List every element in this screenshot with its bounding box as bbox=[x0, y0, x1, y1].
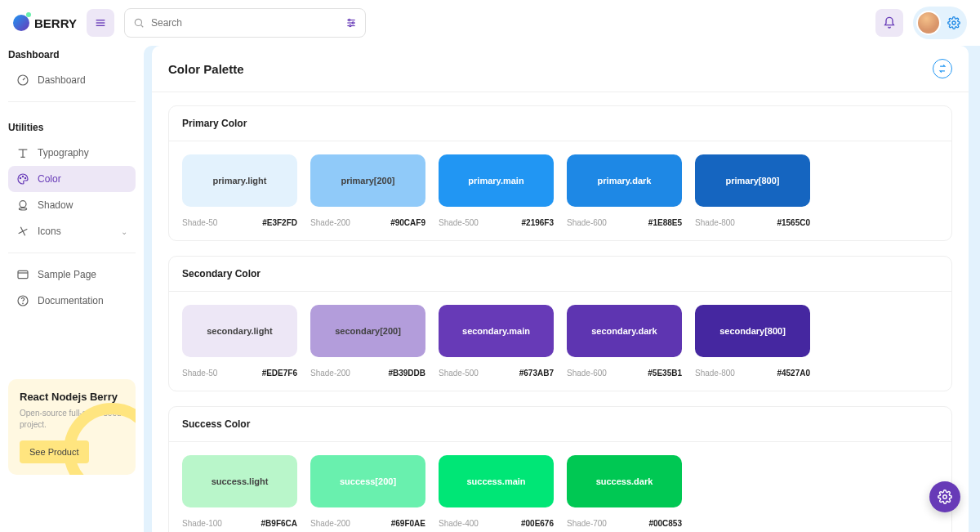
color-swatch: secondary.light Shade-50 #EDE7F6 bbox=[182, 305, 297, 378]
speedometer-icon bbox=[16, 74, 29, 87]
swatch-shade: Shade-200 bbox=[310, 369, 350, 378]
swatch-box: primary[800] bbox=[695, 154, 810, 207]
swatch-shade: Shade-700 bbox=[567, 519, 607, 528]
menu-icon bbox=[94, 16, 107, 29]
notifications-button[interactable] bbox=[875, 9, 903, 37]
sidebar-item-label: Color bbox=[38, 173, 61, 185]
color-group-title: Primary Color bbox=[169, 106, 951, 141]
chevron-down-icon: ⌄ bbox=[121, 227, 127, 236]
swatch-box: secondary.light bbox=[182, 305, 297, 357]
sidebar-item-typography[interactable]: Typography bbox=[8, 140, 136, 166]
palette-icon bbox=[16, 172, 29, 186]
color-group-title: Secondary Color bbox=[169, 257, 951, 292]
svg-point-15 bbox=[24, 177, 25, 178]
svg-point-10 bbox=[350, 25, 351, 26]
promo-subtitle: Open-source full-stack seed project. bbox=[20, 408, 124, 431]
filter-icon[interactable] bbox=[345, 17, 357, 29]
swatch-hex: #1E88E5 bbox=[648, 218, 682, 227]
swatch-hex: #1565C0 bbox=[777, 218, 810, 227]
sidebar-section-title: Dashboard bbox=[8, 46, 136, 67]
color-group-card: Primary Color primary.light Shade-50 #E3… bbox=[168, 105, 952, 241]
svg-point-11 bbox=[952, 21, 956, 25]
help-button[interactable] bbox=[933, 59, 952, 78]
swatch-shade: Shade-100 bbox=[182, 519, 222, 528]
sidebar-item-documentation[interactable]: Documentation bbox=[8, 288, 136, 314]
swatch-hex: #2196F3 bbox=[522, 218, 554, 227]
color-swatch: primary.main Shade-500 #2196F3 bbox=[439, 154, 554, 227]
logo-icon bbox=[13, 15, 29, 31]
typography-icon bbox=[16, 146, 29, 159]
color-swatch: success.light Shade-100 #B9F6CA bbox=[182, 455, 297, 528]
sidebar-item-label: Documentation bbox=[38, 295, 104, 306]
color-swatch: success[200] Shade-200 #69F0AE bbox=[310, 455, 425, 528]
avatar bbox=[916, 11, 941, 35]
sidebar-item-shadow[interactable]: Shadow bbox=[8, 192, 136, 218]
swatch-box: secondary[800] bbox=[695, 305, 810, 357]
sidebar-item-icons[interactable]: Icons⌄ bbox=[8, 218, 136, 244]
swatch-shade: Shade-600 bbox=[567, 369, 607, 378]
color-swatch: primary.dark Shade-600 #1E88E5 bbox=[567, 154, 682, 227]
color-swatch: secondary[200] Shade-200 #B39DDB bbox=[310, 305, 425, 378]
search-icon bbox=[133, 17, 145, 29]
search-input[interactable] bbox=[151, 17, 339, 29]
sidebar-item-dashboard[interactable]: Dashboard bbox=[8, 67, 136, 93]
swatch-shade: Shade-800 bbox=[695, 218, 735, 227]
swatch-hex: #B9F6CA bbox=[261, 519, 297, 528]
sidebar-item-label: Icons bbox=[38, 226, 61, 237]
swatch-hex: #00C853 bbox=[648, 519, 682, 528]
swatch-hex: #00E676 bbox=[521, 519, 554, 528]
svg-point-6 bbox=[348, 19, 350, 20]
search-box[interactable] bbox=[124, 8, 366, 38]
color-swatch: primary.light Shade-50 #E3F2FD bbox=[182, 154, 297, 227]
swatch-hex: #90CAF9 bbox=[390, 218, 425, 227]
app-name: BERRY bbox=[34, 16, 77, 30]
profile-button[interactable] bbox=[913, 7, 967, 39]
swatch-box: secondary.main bbox=[439, 305, 554, 357]
swatch-hex: #4527A0 bbox=[777, 369, 810, 378]
swatch-box: primary.dark bbox=[567, 154, 682, 207]
bell-icon bbox=[883, 16, 896, 29]
color-swatch: secondary.dark Shade-600 #5E35B1 bbox=[567, 305, 682, 378]
sidebar-item-label: Shadow bbox=[38, 199, 73, 211]
swatch-box: success.light bbox=[182, 455, 297, 507]
sidebar-item-color[interactable]: Color bbox=[8, 166, 136, 192]
swatch-hex: #69F0AE bbox=[391, 519, 425, 528]
sidebar-section-title: Utilities bbox=[8, 110, 136, 140]
swatch-hex: #5E35B1 bbox=[648, 369, 682, 378]
swatch-box: primary.main bbox=[439, 154, 554, 207]
svg-point-14 bbox=[22, 176, 23, 177]
swatch-shade: Shade-50 bbox=[182, 369, 217, 378]
svg-point-3 bbox=[135, 19, 141, 25]
swatch-box: primary[200] bbox=[310, 154, 425, 207]
sidebar-item-sample-page[interactable]: Sample Page bbox=[8, 262, 136, 288]
svg-point-16 bbox=[20, 201, 26, 208]
logo[interactable]: BERRY bbox=[13, 15, 77, 31]
swatch-shade: Shade-800 bbox=[695, 369, 735, 378]
sidebar-item-label: Dashboard bbox=[38, 74, 86, 86]
swap-icon bbox=[937, 63, 948, 74]
divider bbox=[8, 253, 136, 253]
swatch-box: success.dark bbox=[567, 455, 682, 507]
swatch-shade: Shade-200 bbox=[310, 218, 350, 227]
color-swatch: secondary.main Shade-500 #673AB7 bbox=[439, 305, 554, 378]
page-title: Color Palette bbox=[168, 62, 244, 76]
svg-point-22 bbox=[943, 495, 947, 499]
help-icon bbox=[16, 294, 29, 307]
menu-toggle-button[interactable] bbox=[87, 9, 114, 37]
swatch-box: success.main bbox=[439, 455, 554, 507]
sidebar-item-label: Typography bbox=[38, 147, 89, 159]
color-swatch: secondary[800] Shade-800 #4527A0 bbox=[695, 305, 810, 378]
color-group-title: Success Color bbox=[169, 407, 951, 442]
gear-icon bbox=[938, 490, 952, 504]
swatch-shade: Shade-200 bbox=[310, 519, 350, 528]
swatch-shade: Shade-400 bbox=[439, 519, 479, 528]
color-group-card: Secondary Color secondary.light Shade-50… bbox=[168, 256, 952, 391]
svg-line-4 bbox=[141, 25, 144, 28]
color-group-card: Success Color success.light Shade-100 #B… bbox=[168, 406, 952, 532]
svg-point-21 bbox=[23, 303, 24, 304]
settings-fab[interactable] bbox=[929, 481, 960, 512]
color-swatch: success.main Shade-400 #00E676 bbox=[439, 455, 554, 528]
promo-cta-button[interactable]: See Product bbox=[20, 440, 89, 463]
svg-point-17 bbox=[19, 208, 26, 210]
swatch-hex: #673AB7 bbox=[519, 369, 554, 378]
